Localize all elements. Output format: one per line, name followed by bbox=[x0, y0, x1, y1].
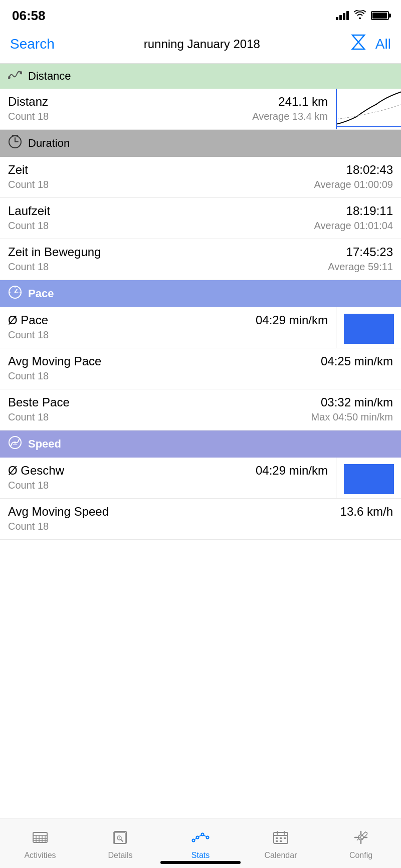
svg-line-36 bbox=[204, 835, 207, 836]
avg-moving-speed-value: 13.6 km/h bbox=[340, 505, 393, 519]
speed-bar-chart bbox=[336, 458, 401, 498]
pace-bar bbox=[344, 314, 394, 344]
svg-rect-44 bbox=[276, 840, 278, 842]
zeit-bewegung-label: Zeit in Bewegung bbox=[8, 245, 101, 259]
svg-point-10 bbox=[15, 292, 16, 293]
laufzeit-avg: Average 01:01:04 bbox=[314, 220, 393, 232]
all-button[interactable]: All bbox=[375, 36, 391, 52]
search-button[interactable]: Search bbox=[10, 36, 55, 52]
pace-header-label: Pace bbox=[28, 287, 54, 300]
details-icon bbox=[112, 830, 128, 848]
distance-header-label: Distance bbox=[28, 70, 71, 83]
pace-section-header: Pace bbox=[0, 280, 401, 307]
zeit-label: Zeit bbox=[8, 163, 28, 177]
avg-geschw-label: Ø Geschw bbox=[8, 464, 64, 478]
zeit-bewegung-count: Count 18 bbox=[8, 261, 49, 273]
avg-geschw-value: 04:29 min/km bbox=[256, 464, 328, 478]
tab-details[interactable]: Details bbox=[80, 818, 160, 868]
zeit-bewegung-avg: Average 59:11 bbox=[328, 261, 393, 273]
calendar-icon bbox=[273, 830, 289, 848]
tab-activities[interactable]: Activities bbox=[0, 818, 80, 868]
tab-config[interactable]: Config bbox=[321, 818, 401, 868]
speed-section-header: Speed bbox=[0, 430, 401, 458]
zeit-bewegung-value: 17:45:23 bbox=[346, 245, 393, 259]
tab-details-label: Details bbox=[108, 851, 133, 860]
avg-pace-label: Ø Pace bbox=[8, 313, 48, 327]
activities-icon bbox=[32, 830, 48, 848]
svg-point-46 bbox=[358, 835, 363, 840]
speed-header-label: Speed bbox=[28, 438, 61, 451]
beste-pace-value: 03:32 min/km bbox=[321, 395, 393, 409]
svg-point-28 bbox=[119, 837, 120, 838]
distanz-value: 241.1 km bbox=[278, 95, 328, 109]
svg-line-35 bbox=[199, 835, 202, 836]
svg-rect-41 bbox=[276, 837, 278, 839]
svg-point-32 bbox=[202, 833, 204, 836]
avg-pace-row: Ø Pace 04:29 min/km Count 18 bbox=[0, 307, 401, 348]
svg-rect-42 bbox=[280, 837, 282, 839]
beste-pace-avg: Max 04:50 min/km bbox=[311, 411, 393, 423]
laufzeit-count: Count 18 bbox=[8, 220, 49, 232]
laufzeit-label: Laufzeit bbox=[8, 204, 50, 218]
svg-point-33 bbox=[207, 836, 209, 839]
duration-section-header: Duration bbox=[0, 130, 401, 157]
tab-stats-label: Stats bbox=[191, 851, 210, 860]
svg-point-15 bbox=[14, 442, 16, 444]
distance-chart bbox=[336, 89, 401, 129]
stats-icon bbox=[191, 830, 210, 848]
zeit-value: 18:02:43 bbox=[346, 163, 393, 177]
speed-icon bbox=[8, 436, 22, 453]
tab-config-label: Config bbox=[349, 851, 372, 860]
avg-moving-speed-count: Count 18 bbox=[8, 521, 49, 532]
distanz-avg: Average 13.4 km bbox=[252, 111, 328, 122]
laufzeit-value: 18:19:11 bbox=[346, 204, 393, 218]
avg-moving-speed-row: Avg Moving Speed 13.6 km/h Count 18 bbox=[0, 499, 401, 540]
signal-icon bbox=[336, 11, 349, 20]
status-time: 06:58 bbox=[12, 8, 46, 24]
avg-moving-pace-value: 04:25 min/km bbox=[321, 354, 393, 368]
svg-rect-45 bbox=[280, 840, 282, 842]
beste-pace-count: Count 18 bbox=[8, 411, 49, 423]
status-bar: 06:58 bbox=[0, 0, 401, 28]
distanz-count: Count 18 bbox=[8, 111, 49, 122]
page-title: running January 2018 bbox=[144, 37, 260, 51]
beste-pace-row: Beste Pace 03:32 min/km Count 18 Max 04:… bbox=[0, 389, 401, 430]
laufzeit-row: Laufzeit 18:19:11 Count 18 Average 01:01… bbox=[0, 198, 401, 239]
distanz-label: Distanz bbox=[8, 95, 48, 109]
avg-moving-speed-label: Avg Moving Speed bbox=[8, 505, 109, 519]
pace-bar-chart bbox=[336, 307, 401, 348]
duration-icon bbox=[8, 135, 22, 152]
config-icon bbox=[353, 830, 369, 848]
avg-geschw-count: Count 18 bbox=[8, 480, 49, 491]
svg-marker-0 bbox=[352, 35, 364, 49]
nav-right: All bbox=[349, 33, 391, 55]
zeit-count: Count 18 bbox=[8, 179, 49, 190]
battery-icon bbox=[371, 11, 389, 20]
distanz-row: Distanz 241.1 km Count 18 Average 13.4 k… bbox=[0, 89, 401, 130]
avg-moving-pace-count: Count 18 bbox=[8, 370, 49, 382]
tab-calendar-label: Calendar bbox=[265, 851, 297, 860]
svg-point-30 bbox=[192, 839, 195, 842]
distance-icon bbox=[8, 69, 22, 84]
avg-pace-count: Count 18 bbox=[8, 329, 49, 341]
svg-rect-43 bbox=[284, 837, 286, 839]
content-area: Distance Distanz 241.1 km Count 18 Avera… bbox=[0, 64, 401, 595]
sigma-button[interactable] bbox=[349, 33, 367, 55]
svg-line-34 bbox=[195, 838, 196, 839]
zeit-avg: Average 01:00:09 bbox=[314, 179, 393, 190]
svg-rect-25 bbox=[114, 831, 126, 843]
svg-point-31 bbox=[196, 836, 199, 839]
speed-bar bbox=[344, 464, 394, 494]
distance-section-header: Distance bbox=[0, 64, 401, 89]
tab-calendar[interactable]: Calendar bbox=[241, 818, 321, 868]
tab-activities-label: Activities bbox=[24, 851, 56, 860]
svg-line-29 bbox=[121, 839, 123, 841]
pace-icon bbox=[8, 285, 22, 302]
zeit-row: Zeit 18:02:43 Count 18 Average 01:00:09 bbox=[0, 157, 401, 198]
avg-pace-value: 04:29 min/km bbox=[256, 313, 328, 327]
avg-geschw-row: Ø Geschw 04:29 min/km Count 18 bbox=[0, 458, 401, 499]
avg-moving-pace-row: Avg Moving Pace 04:25 min/km Count 18 bbox=[0, 348, 401, 389]
wifi-icon bbox=[354, 10, 366, 22]
tab-bar: Activities Details Stats bbox=[0, 818, 401, 868]
home-indicator bbox=[160, 861, 241, 864]
